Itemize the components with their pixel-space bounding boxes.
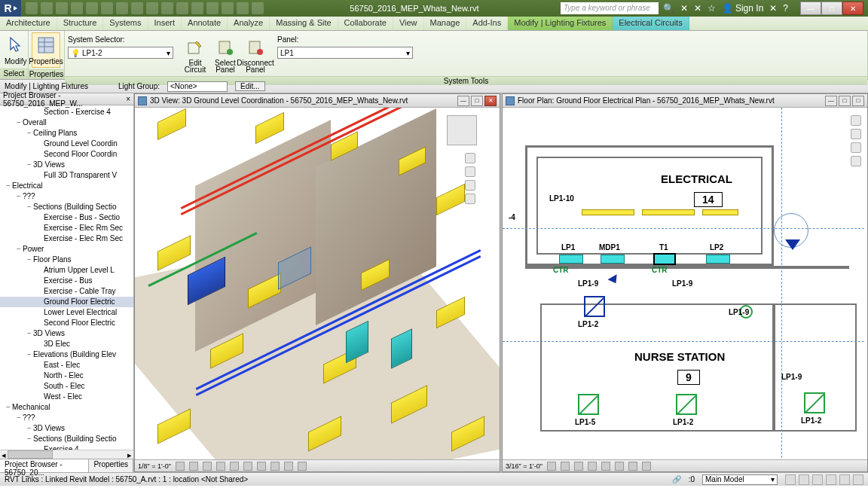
- vc-reveal-icon[interactable]: [298, 462, 307, 471]
- status-drag-icon[interactable]: [839, 474, 850, 485]
- view-3d-canvas[interactable]: [135, 108, 500, 459]
- tree-item[interactable]: −3D Views: [0, 328, 133, 339]
- tab-addins[interactable]: Add-Ins: [466, 17, 508, 30]
- tree-item[interactable]: −Mechanical: [0, 402, 133, 413]
- search-input[interactable]: Type a keyword or phrase: [561, 2, 659, 14]
- qat-close-icon[interactable]: [206, 2, 219, 14]
- signin-button[interactable]: 👤 Sign In: [722, 3, 763, 14]
- status-worksets-icon[interactable]: 🔗: [672, 475, 681, 483]
- vc2-temp-icon[interactable]: [628, 462, 637, 471]
- tab-systems[interactable]: Systems: [103, 17, 148, 30]
- tree-item[interactable]: East - Elec: [0, 360, 133, 371]
- browser-tab-project[interactable]: Project Browser - 56750_20...: [0, 459, 89, 472]
- qat-measure-icon[interactable]: [101, 2, 113, 14]
- tree-item[interactable]: −3D Views: [0, 423, 133, 434]
- vc2-shadow-icon[interactable]: [588, 462, 597, 471]
- browser-tab-properties[interactable]: Properties: [89, 459, 133, 472]
- project-browser-tree[interactable]: Section - Exercise 4−Overall−Ceiling Pla…: [0, 105, 133, 450]
- tree-item[interactable]: Second Floor Coordin: [0, 149, 133, 160]
- qat-save-icon[interactable]: [41, 2, 53, 14]
- vc2-sun-icon[interactable]: [574, 462, 583, 471]
- vc2-detail-icon[interactable]: [547, 462, 556, 471]
- tree-item[interactable]: Ground Level Coordin: [0, 139, 133, 149]
- status-select-pinned-icon[interactable]: [812, 474, 823, 485]
- tree-item[interactable]: Exercise - Bus - Sectio: [0, 212, 133, 223]
- tree-item[interactable]: −Floor Plans: [0, 255, 133, 265]
- tab-annotate[interactable]: Annotate: [182, 17, 228, 30]
- qat-align-icon[interactable]: [116, 2, 128, 14]
- vc-lock-icon[interactable]: [270, 462, 280, 471]
- select-panel-button[interactable]: Select Panel: [211, 35, 240, 75]
- view-plan-scale[interactable]: 3/16" = 1'-0": [506, 462, 542, 470]
- qat-section-icon[interactable]: [176, 2, 188, 14]
- exchange-icon[interactable]: ✕: [694, 3, 701, 14]
- status-filter-icon[interactable]: [853, 474, 863, 485]
- status-main-model-dropdown[interactable]: Main Model▾: [702, 474, 778, 485]
- qat-redo-icon[interactable]: [71, 2, 83, 14]
- tab-modify-lighting[interactable]: Modify | Lighting Fixtures: [508, 17, 613, 30]
- view-plan-max-button[interactable]: □: [839, 96, 851, 106]
- properties-button[interactable]: Properties: [32, 32, 60, 68]
- help-icon[interactable]: ?: [783, 3, 788, 14]
- vc-visual-icon[interactable]: [189, 462, 198, 471]
- tree-item[interactable]: −Overall: [0, 117, 133, 128]
- vc-render-icon[interactable]: [230, 462, 239, 471]
- plan-nav-bar[interactable]: [851, 115, 861, 166]
- tab-manage[interactable]: Manage: [424, 17, 467, 30]
- window-close-button[interactable]: ✕: [842, 2, 863, 15]
- favorite-icon[interactable]: ☆: [708, 3, 716, 14]
- subscription-icon[interactable]: ✕: [680, 3, 688, 14]
- tree-item[interactable]: Atrium Upper Level L: [0, 265, 133, 276]
- vc2-visual-icon[interactable]: [561, 462, 570, 471]
- vc-cropshow-icon[interactable]: [257, 462, 266, 471]
- tree-item[interactable]: Exercise - Bus: [0, 276, 133, 286]
- qat-3d-icon[interactable]: [161, 2, 173, 14]
- status-select-links-icon[interactable]: [785, 474, 796, 485]
- modify-button[interactable]: Modify: [3, 33, 28, 67]
- tab-analyze[interactable]: Analyze: [228, 17, 270, 30]
- vc-detail-icon[interactable]: [176, 462, 185, 471]
- view-3d-scale[interactable]: 1/8" = 1'-0": [138, 462, 171, 470]
- view-plan-min-button[interactable]: —: [825, 96, 837, 106]
- disconnect-panel-button[interactable]: Disconnect Panel: [241, 35, 270, 75]
- tree-item[interactable]: −Power: [0, 244, 133, 255]
- tree-item[interactable]: −Sections (Building Sectio: [0, 202, 133, 212]
- tree-item[interactable]: West - Elec: [0, 392, 133, 402]
- vc2-reveal-icon[interactable]: [642, 462, 651, 471]
- view-max-button[interactable]: □: [471, 96, 483, 106]
- view-3d-titlebar[interactable]: 3D View: 3D Ground Level Coordination - …: [135, 94, 500, 108]
- tab-electrical-circuits[interactable]: Electrical Circuits: [613, 17, 689, 30]
- tree-item[interactable]: Exercise - Elec Rm Sec: [0, 233, 133, 244]
- status-select-underlay-icon[interactable]: [799, 474, 809, 485]
- tab-view[interactable]: View: [393, 17, 424, 30]
- tree-item[interactable]: Exercise - Elec Rm Sec: [0, 223, 133, 233]
- tab-collaborate[interactable]: Collaborate: [338, 17, 393, 30]
- tab-structure[interactable]: Structure: [57, 17, 104, 30]
- tree-item[interactable]: −3D Views: [0, 160, 133, 170]
- panel-dropdown[interactable]: LP1 ▾: [277, 47, 413, 59]
- light-group-dropdown[interactable]: <None>: [167, 81, 228, 92]
- app-menu-button[interactable]: R: [0, 0, 21, 17]
- qat-open-icon[interactable]: [26, 2, 38, 14]
- tab-architecture[interactable]: Architecture: [0, 17, 57, 30]
- system-selector-dropdown[interactable]: 💡 LP1-2 ▾: [68, 47, 173, 59]
- browser-h-scrollbar[interactable]: ◂▸: [0, 450, 133, 459]
- qat-dropdown-icon[interactable]: [252, 2, 264, 14]
- vc-shadow-icon[interactable]: [216, 462, 225, 471]
- tree-item[interactable]: Exercise 4: [0, 444, 133, 450]
- vc-temp-icon[interactable]: [284, 462, 293, 471]
- tree-item[interactable]: Lower Level Electrical: [0, 307, 133, 318]
- tree-item[interactable]: −Electrical: [0, 181, 133, 191]
- tree-item[interactable]: −Sections (Building Sectio: [0, 434, 133, 444]
- window-minimize-button[interactable]: —: [800, 2, 821, 15]
- view-cube[interactable]: [447, 115, 477, 145]
- qat-sync-icon[interactable]: [237, 2, 249, 14]
- tree-item[interactable]: Section - Exercise 4: [0, 107, 133, 117]
- project-browser-close-icon[interactable]: ×: [126, 95, 130, 103]
- status-select-face-icon[interactable]: [826, 474, 836, 485]
- vc2-cropshow-icon[interactable]: [615, 462, 624, 471]
- tree-item[interactable]: 3D Elec: [0, 339, 133, 349]
- tree-item[interactable]: −Ceiling Plans: [0, 128, 133, 139]
- tree-item[interactable]: Second Floor Electric: [0, 318, 133, 328]
- comm-icon[interactable]: ✕: [769, 3, 777, 14]
